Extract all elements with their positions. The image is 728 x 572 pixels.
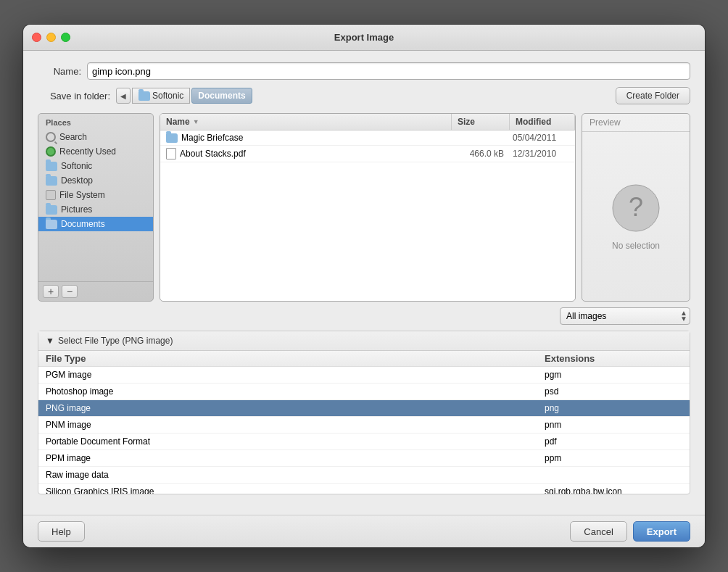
column-size-label: Size: [458, 117, 475, 127]
titlebar: Export Image: [23, 25, 705, 51]
ft-row-png[interactable]: PNG image png: [38, 400, 690, 417]
svg-text:?: ?: [629, 192, 643, 222]
sidebar-item-filesystem[interactable]: File System: [38, 188, 153, 202]
ft-column-type-label: File Type: [38, 353, 545, 364]
ft-row-ppm[interactable]: PPM image ppm: [38, 450, 690, 467]
sidebar-item-filesystem-label: File System: [59, 190, 105, 200]
file-list-header: Name ▼ Size Modified: [160, 114, 575, 130]
ft-row-pgm[interactable]: PGM image pgm: [38, 367, 690, 384]
ft-ext-png: png: [545, 403, 690, 413]
ft-type-pnm: PNM image: [38, 420, 545, 430]
breadcrumb-documents[interactable]: Documents: [191, 88, 252, 104]
folder-row: Save in folder: ◀ Softonic Documents Cre…: [38, 87, 690, 104]
sidebar-item-pictures-label: Pictures: [61, 204, 92, 215]
file-row-magic-briefcase[interactable]: Magic Briefcase 05/04/2011: [160, 130, 575, 146]
filetype-triangle-icon: ▼: [46, 336, 54, 346]
ft-row-raw[interactable]: Raw image data: [38, 467, 690, 484]
ft-row-psd[interactable]: Photoshop image psd: [38, 384, 690, 400]
ft-row-sgi[interactable]: Silicon Graphics IRIS image sgi,rgb,rgba…: [38, 484, 690, 494]
sort-arrow: ▼: [193, 118, 199, 125]
folder-icon: [46, 162, 57, 171]
sidebar-item-pictures[interactable]: Pictures: [38, 202, 153, 217]
ft-ext-sgi: sgi,rgb,rgba,bw,icon: [545, 486, 690, 494]
preview-header: Preview: [582, 114, 690, 132]
help-button[interactable]: Help: [38, 521, 85, 542]
filter-row: All images PNG image JPEG image GIF imag…: [38, 307, 690, 325]
sidebar-item-recently-used-label: Recently Used: [59, 146, 116, 157]
file-panel: Name ▼ Size Modified Magic Briefcase: [160, 113, 576, 302]
remove-place-button[interactable]: −: [62, 285, 78, 298]
filetype-body: PGM image pgm Photoshop image psd PNG im…: [38, 367, 690, 494]
add-place-button[interactable]: +: [43, 285, 59, 298]
file-icon: [166, 148, 176, 159]
close-button[interactable]: [32, 33, 41, 42]
sidebar-item-search[interactable]: Search: [38, 130, 153, 144]
column-header-size[interactable]: Size: [452, 114, 510, 130]
ft-row-pdf[interactable]: Portable Document Format pdf: [38, 434, 690, 450]
preview-no-selection: No selection: [612, 241, 660, 251]
minimize-button[interactable]: [46, 33, 56, 42]
column-header-name[interactable]: Name ▼: [160, 114, 452, 130]
folder-icon: [166, 133, 178, 143]
file-modified-about-stacks: 12/31/2010: [510, 149, 575, 159]
ft-type-psd: Photoshop image: [38, 386, 545, 397]
file-row-about-stacks[interactable]: About Stacks.pdf 466.0 kB 12/31/2010: [160, 146, 575, 162]
folder-icon: [138, 91, 150, 101]
recently-used-icon: [46, 146, 56, 157]
main-panel: Places Search Recently Used Softonic: [38, 113, 690, 302]
name-row: Name:: [38, 62, 690, 80]
create-folder-button[interactable]: Create Folder: [616, 87, 690, 104]
folder-icon: [46, 220, 57, 229]
preview-body: ? No selection: [582, 132, 690, 301]
filter-select[interactable]: All images PNG image JPEG image GIF imag…: [560, 307, 690, 325]
folder-nav: ◀ Softonic Documents: [116, 88, 252, 104]
breadcrumb-softonic-label: Softonic: [152, 91, 183, 101]
ft-type-raw: Raw image data: [38, 470, 545, 480]
export-button[interactable]: Export: [633, 521, 690, 542]
column-header-modified[interactable]: Modified: [510, 114, 575, 130]
ft-type-sgi: Silicon Graphics IRIS image: [38, 486, 545, 494]
maximize-button[interactable]: [61, 33, 70, 42]
file-modified-magic-briefcase: 05/04/2011: [510, 133, 575, 143]
sidebar-item-documents-label: Documents: [61, 219, 105, 229]
ft-ext-ppm: ppm: [545, 453, 690, 463]
search-icon: [46, 132, 56, 142]
filetype-table-header: File Type Extensions: [38, 351, 690, 367]
column-modified-label: Modified: [516, 117, 551, 127]
places-header: Places: [38, 114, 153, 130]
preview-panel: Preview ? No selection: [582, 113, 690, 302]
bottom-bar: Help Cancel Export: [23, 515, 705, 547]
places-sidebar: Places Search Recently Used Softonic: [38, 113, 154, 302]
sidebar-item-recently-used[interactable]: Recently Used: [38, 144, 153, 159]
folder-label: Save in folder:: [38, 91, 110, 101]
folder-icon: [46, 205, 57, 215]
breadcrumb-documents-label: Documents: [198, 91, 245, 101]
window-title: Export Image: [334, 32, 394, 43]
sidebar-item-desktop[interactable]: Desktop: [38, 173, 153, 188]
dialog-content: Name: Save in folder: ◀ Softonic Documen…: [23, 51, 705, 515]
filetype-header[interactable]: ▼ Select File Type (PNG image): [38, 331, 690, 351]
filetype-section: ▼ Select File Type (PNG image) File Type…: [38, 331, 690, 494]
ft-type-png: PNG image: [38, 403, 545, 413]
ft-column-ext-label: Extensions: [545, 353, 690, 364]
traffic-lights: [32, 33, 70, 42]
ft-ext-pdf: pdf: [545, 436, 690, 447]
sidebar-item-softonic-label: Softonic: [61, 161, 92, 171]
export-dialog: Export Image Name: Save in folder: ◀ Sof…: [23, 25, 705, 547]
cancel-button[interactable]: Cancel: [570, 521, 626, 542]
column-name-label: Name: [166, 117, 190, 127]
ft-type-pgm: PGM image: [38, 370, 545, 380]
sidebar-item-documents[interactable]: Documents: [38, 217, 153, 231]
filetype-header-label: Select File Type (PNG image): [58, 336, 173, 346]
ft-ext-pgm: pgm: [545, 370, 690, 380]
sidebar-item-softonic[interactable]: Softonic: [38, 159, 153, 173]
filename-input[interactable]: [87, 62, 690, 80]
ft-type-ppm: PPM image: [38, 453, 545, 463]
file-name-magic-briefcase: Magic Briefcase: [160, 133, 452, 143]
name-label: Name:: [38, 66, 81, 77]
file-size-about-stacks: 466.0 kB: [452, 149, 510, 159]
ft-row-pnm[interactable]: PNM image pnm: [38, 417, 690, 434]
breadcrumb-softonic[interactable]: Softonic: [132, 88, 190, 104]
back-button[interactable]: ◀: [116, 88, 131, 104]
sidebar-item-search-label: Search: [59, 132, 87, 142]
